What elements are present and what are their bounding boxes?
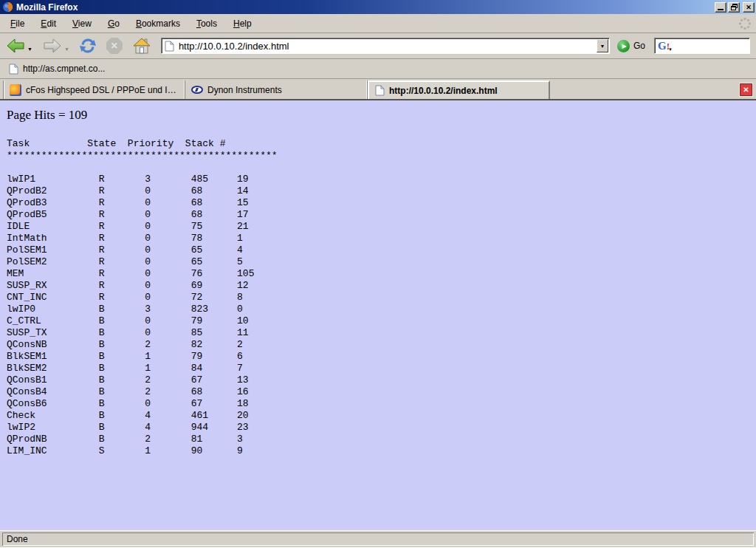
back-dropdown-icon[interactable]: ▼ (27, 47, 32, 52)
tab-label: cFos Highspeed DSL / PPPoE und ISDN CAP.… (26, 85, 179, 95)
close-tab-button[interactable]: ✕ (740, 83, 752, 96)
cfos-favicon-icon (10, 84, 21, 96)
status-bar: Done (0, 530, 756, 548)
menu-tools[interactable]: Tools (190, 16, 224, 31)
throbber-icon (738, 17, 752, 30)
stop-button[interactable]: ✕ (105, 36, 124, 55)
browser-content: Page Hits = 109 Task State Priority Stac… (0, 100, 756, 530)
tab-cfos[interactable]: cFos Highspeed DSL / PPPoE und ISDN CAP.… (3, 81, 185, 99)
url-input[interactable] (174, 39, 597, 52)
go-label: Go (633, 41, 645, 51)
back-arrow-icon (6, 38, 25, 53)
menu-bookmarks[interactable]: Bookmarks (129, 16, 187, 31)
page-icon (165, 41, 174, 52)
go-button[interactable]: ▶ Go (617, 40, 645, 52)
url-dropdown-button[interactable]: ▼ (597, 39, 608, 52)
minimize-button[interactable] (715, 2, 726, 13)
menu-go[interactable]: Go (101, 16, 126, 31)
forward-button[interactable] (41, 37, 63, 55)
tab-bar: cFos Highspeed DSL / PPPoE und ISDN CAP.… (0, 79, 756, 100)
task-table: Task State Priority Stack # ************… (7, 138, 756, 457)
tab-label: Dynon Instruments (207, 85, 282, 95)
restore-button[interactable] (728, 2, 740, 13)
page-hits-text: Page Hits = 109 (7, 108, 756, 123)
stop-icon: ✕ (106, 38, 123, 54)
menu-file[interactable]: File (4, 16, 31, 31)
reload-icon (80, 38, 96, 54)
status-text: Done (7, 534, 28, 544)
forward-dropdown-icon[interactable]: ▼ (64, 47, 69, 52)
tab-bar-spacer (550, 81, 740, 99)
navigation-toolbar: ▼ ▼ ✕ (0, 33, 756, 59)
home-icon (133, 38, 151, 54)
menubar: File Edit View Go Bookmarks Tools Help (0, 14, 756, 33)
reload-button[interactable] (78, 36, 97, 55)
bookmarks-toolbar: http://as.cmpnet.co... (0, 59, 756, 79)
url-bar[interactable]: ▼ (161, 38, 610, 54)
menu-help[interactable]: Help (227, 16, 258, 31)
minimize-icon (718, 9, 724, 10)
search-box[interactable]: G! ▼ (654, 38, 750, 54)
titlebar: Mozilla Firefox ✕ (0, 0, 756, 14)
firefox-logo-icon (2, 1, 13, 13)
google-logo-icon[interactable]: G! (658, 41, 670, 52)
window-controls: ✕ (715, 2, 755, 13)
menu-view[interactable]: View (66, 16, 98, 31)
tab-active-index-page[interactable]: http://10.0.10.2/index.html (368, 81, 550, 99)
forward-arrow-icon (43, 38, 62, 53)
page-icon (9, 64, 18, 75)
bookmark-item[interactable]: http://as.cmpnet.co... (6, 62, 108, 76)
tab-dynon[interactable]: Dynon Instruments (185, 81, 368, 99)
tab-label: http://10.0.10.2/index.html (389, 86, 498, 96)
restore-icon (731, 4, 738, 10)
search-input[interactable] (673, 41, 749, 51)
dynon-favicon-icon (191, 86, 203, 94)
bookmark-label: http://as.cmpnet.co... (23, 64, 105, 74)
status-panel: Done (2, 532, 754, 546)
back-button[interactable] (4, 37, 27, 55)
go-icon: ▶ (617, 40, 630, 52)
menu-edit[interactable]: Edit (34, 16, 63, 31)
home-button[interactable] (131, 36, 152, 55)
window-title: Mozilla Firefox (16, 2, 78, 13)
page-icon (375, 85, 385, 96)
close-icon: ✕ (746, 4, 752, 11)
close-button[interactable]: ✕ (743, 2, 755, 13)
